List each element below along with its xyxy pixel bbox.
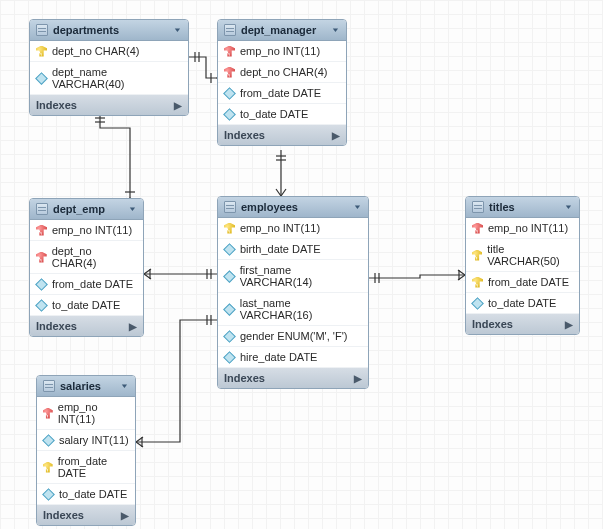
- column-label: from_date DATE: [488, 276, 569, 288]
- table-title: departments: [53, 24, 168, 36]
- indexes-label: Indexes: [472, 318, 565, 330]
- table-title: titles: [489, 201, 559, 213]
- fk-icon: [43, 408, 53, 419]
- column-row[interactable]: emp_no INT(11): [37, 397, 135, 430]
- table-header[interactable]: titles ▼: [466, 197, 579, 218]
- fk-icon: [36, 225, 47, 236]
- pk-icon: [472, 250, 482, 261]
- table-header[interactable]: salaries ▼: [37, 376, 135, 397]
- column-row[interactable]: to_date DATE: [466, 293, 579, 314]
- table-employees[interactable]: employees ▼ emp_no INT(11) birth_date DA…: [217, 196, 369, 389]
- column-row[interactable]: to_date DATE: [37, 484, 135, 505]
- column-row[interactable]: dept_no CHAR(4): [30, 41, 188, 62]
- pk-icon: [36, 46, 47, 57]
- column-label: dept_no CHAR(4): [52, 245, 137, 269]
- collapse-icon[interactable]: ▼: [353, 204, 362, 211]
- column-row[interactable]: dept_no CHAR(4): [218, 62, 346, 83]
- pk-icon: [43, 462, 53, 473]
- table-departments[interactable]: departments ▼ dept_no CHAR(4) dept_name …: [29, 19, 189, 116]
- column-label: dept_no CHAR(4): [240, 66, 327, 78]
- table-title: dept_emp: [53, 203, 123, 215]
- expand-icon[interactable]: ▶: [565, 319, 573, 330]
- table-icon: [224, 24, 236, 36]
- expand-icon[interactable]: ▶: [121, 510, 129, 521]
- column-row[interactable]: from_date DATE: [30, 274, 143, 295]
- column-row[interactable]: emp_no INT(11): [30, 220, 143, 241]
- attr-icon: [223, 108, 236, 121]
- indexes-section[interactable]: Indexes▶: [218, 125, 346, 145]
- column-row[interactable]: emp_no INT(11): [218, 218, 368, 239]
- attr-icon: [35, 72, 48, 85]
- table-salaries[interactable]: salaries ▼ emp_no INT(11) salary INT(11)…: [36, 375, 136, 526]
- expand-icon[interactable]: ▶: [354, 373, 362, 384]
- column-label: salary INT(11): [59, 434, 129, 446]
- column-row[interactable]: gender ENUM('M', 'F'): [218, 326, 368, 347]
- collapse-icon[interactable]: ▼: [331, 27, 340, 34]
- column-label: emp_no INT(11): [240, 222, 320, 234]
- indexes-label: Indexes: [36, 320, 129, 332]
- table-titles[interactable]: titles ▼ emp_no INT(11) title VARCHAR(50…: [465, 196, 580, 335]
- expand-icon[interactable]: ▶: [129, 321, 137, 332]
- column-label: first_name VARCHAR(14): [240, 264, 362, 288]
- indexes-section[interactable]: Indexes▶: [466, 314, 579, 334]
- expand-icon[interactable]: ▶: [332, 130, 340, 141]
- column-row[interactable]: to_date DATE: [30, 295, 143, 316]
- column-row[interactable]: title VARCHAR(50): [466, 239, 579, 272]
- column-row[interactable]: last_name VARCHAR(16): [218, 293, 368, 326]
- column-row[interactable]: emp_no INT(11): [466, 218, 579, 239]
- column-row[interactable]: salary INT(11): [37, 430, 135, 451]
- indexes-label: Indexes: [224, 372, 354, 384]
- attr-icon: [223, 351, 236, 364]
- attr-icon: [223, 270, 236, 283]
- fk-icon: [36, 252, 47, 263]
- column-row[interactable]: from_date DATE: [466, 272, 579, 293]
- table-icon: [36, 203, 48, 215]
- column-row[interactable]: from_date DATE: [218, 83, 346, 104]
- collapse-icon[interactable]: ▼: [120, 383, 129, 390]
- fk-icon: [224, 67, 235, 78]
- expand-icon[interactable]: ▶: [174, 100, 182, 111]
- column-label: emp_no INT(11): [488, 222, 568, 234]
- attr-icon: [471, 297, 484, 310]
- column-row[interactable]: birth_date DATE: [218, 239, 368, 260]
- column-row[interactable]: dept_no CHAR(4): [30, 241, 143, 274]
- column-label: to_date DATE: [59, 488, 127, 500]
- table-dept-manager[interactable]: dept_manager ▼ emp_no INT(11) dept_no CH…: [217, 19, 347, 146]
- collapse-icon[interactable]: ▼: [173, 27, 182, 34]
- column-label: emp_no INT(11): [52, 224, 132, 236]
- indexes-label: Indexes: [43, 509, 121, 521]
- fk-icon: [472, 223, 483, 234]
- indexes-label: Indexes: [224, 129, 332, 141]
- table-icon: [43, 380, 55, 392]
- collapse-icon[interactable]: ▼: [564, 204, 573, 211]
- column-row[interactable]: dept_name VARCHAR(40): [30, 62, 188, 95]
- table-header[interactable]: dept_manager ▼: [218, 20, 346, 41]
- column-row[interactable]: from_date DATE: [37, 451, 135, 484]
- indexes-section[interactable]: Indexes▶: [37, 505, 135, 525]
- table-header[interactable]: dept_emp ▼: [30, 199, 143, 220]
- collapse-icon[interactable]: ▼: [128, 206, 137, 213]
- table-dept-emp[interactable]: dept_emp ▼ emp_no INT(11) dept_no CHAR(4…: [29, 198, 144, 337]
- table-header[interactable]: employees ▼: [218, 197, 368, 218]
- column-row[interactable]: hire_date DATE: [218, 347, 368, 368]
- indexes-label: Indexes: [36, 99, 174, 111]
- pk-icon: [472, 277, 483, 288]
- attr-icon: [42, 434, 55, 447]
- column-row[interactable]: emp_no INT(11): [218, 41, 346, 62]
- table-icon: [472, 201, 484, 213]
- column-label: from_date DATE: [52, 278, 133, 290]
- column-label: title VARCHAR(50): [487, 243, 573, 267]
- column-row[interactable]: first_name VARCHAR(14): [218, 260, 368, 293]
- indexes-section[interactable]: Indexes▶: [218, 368, 368, 388]
- column-label: to_date DATE: [240, 108, 308, 120]
- indexes-section[interactable]: Indexes▶: [30, 316, 143, 336]
- fk-icon: [224, 46, 235, 57]
- attr-icon: [35, 299, 48, 312]
- column-row[interactable]: to_date DATE: [218, 104, 346, 125]
- table-header[interactable]: departments ▼: [30, 20, 188, 41]
- indexes-section[interactable]: Indexes▶: [30, 95, 188, 115]
- column-label: last_name VARCHAR(16): [240, 297, 362, 321]
- attr-icon: [223, 303, 236, 316]
- pk-icon: [224, 223, 235, 234]
- attr-icon: [223, 87, 236, 100]
